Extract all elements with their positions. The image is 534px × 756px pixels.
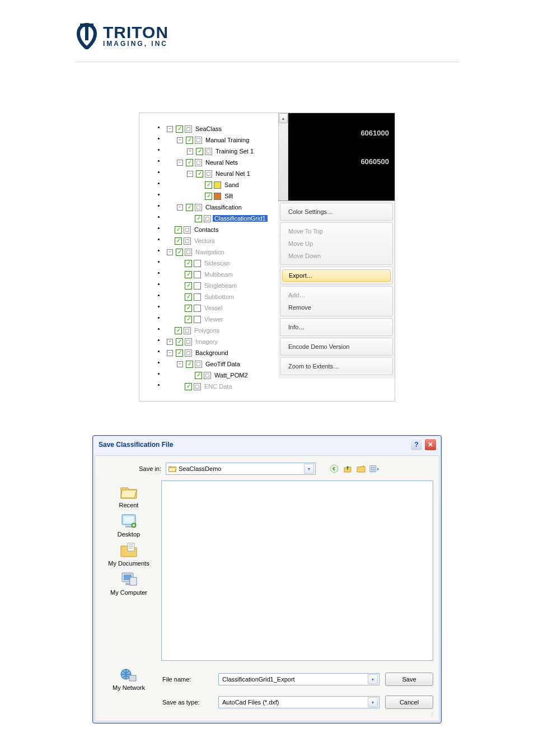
visibility-checkbox[interactable] (175, 226, 182, 234)
visibility-checkbox[interactable] (176, 338, 183, 346)
visibility-checkbox[interactable] (205, 181, 212, 189)
visibility-checkbox[interactable] (175, 237, 182, 245)
places-item[interactable]: Desktop (118, 512, 140, 538)
map-y-tick: 6061000 (288, 129, 389, 137)
visibility-checkbox[interactable] (176, 249, 183, 256)
tree-node-label[interactable]: Contacts (193, 226, 220, 233)
layer-tree[interactable]: −SeaClass−Manual Training+Training Set 1… (139, 113, 278, 401)
tree-node-label[interactable]: Classification (204, 204, 243, 211)
tree-node-label[interactable]: Manual Training (204, 137, 251, 143)
visibility-checkbox[interactable] (186, 204, 193, 211)
collapse-icon[interactable]: − (167, 126, 173, 132)
collapse-icon[interactable]: − (167, 249, 173, 255)
places-icon (119, 512, 139, 530)
layer-box-icon (194, 316, 201, 323)
view-menu-icon[interactable] (369, 464, 380, 474)
visibility-checkbox[interactable] (185, 293, 192, 301)
visibility-checkbox[interactable] (185, 305, 192, 312)
tree-node-label[interactable]: Training Set 1 (214, 148, 255, 155)
visibility-checkbox[interactable] (185, 260, 192, 267)
tree-node-label[interactable]: Vessel (203, 305, 224, 311)
context-menu-item[interactable]: Remove (280, 301, 392, 314)
tree-node-label[interactable]: Vectors (193, 237, 217, 244)
collapse-icon[interactable]: − (177, 137, 183, 143)
layer-group-icon (204, 372, 211, 379)
save-button[interactable]: Save (385, 673, 433, 686)
tree-node-label[interactable]: SeaClass (194, 125, 223, 132)
filename-input[interactable]: ClassificationGrid1_Export ▾ (218, 673, 380, 685)
resize-grip-icon[interactable]: .:: (101, 711, 433, 717)
context-menu-item[interactable]: Encode Demo Version (280, 340, 392, 353)
new-folder-icon[interactable] (356, 464, 366, 474)
collapse-icon[interactable]: − (177, 204, 183, 211)
visibility-checkbox[interactable] (176, 125, 183, 133)
layer-group-icon (205, 148, 212, 155)
places-item[interactable]: My Network (101, 668, 157, 691)
tree-node-label[interactable]: Subbottom (203, 293, 236, 300)
places-item[interactable]: My Documents (108, 541, 149, 567)
visibility-checkbox[interactable] (186, 159, 193, 166)
expand-icon[interactable]: + (187, 148, 193, 155)
tree-node-label[interactable]: Sidescan (203, 260, 231, 267)
tree-node-label[interactable]: ClassificationGrid1 (213, 215, 268, 222)
layer-group-icon (184, 226, 191, 234)
places-bar[interactable]: RecentDesktopMy DocumentsMy Computer (101, 480, 157, 661)
places-icon (119, 570, 139, 588)
visibility-checkbox[interactable] (196, 148, 203, 155)
file-list-area[interactable] (161, 480, 433, 661)
map-scrollbar[interactable]: ▴ (278, 113, 288, 200)
visibility-checkbox[interactable] (195, 215, 202, 222)
collapse-icon[interactable]: − (177, 361, 183, 367)
tree-node-label[interactable]: Silt (223, 193, 235, 199)
tree-node-label[interactable]: Neural Net 1 (214, 170, 252, 177)
visibility-checkbox[interactable] (186, 361, 193, 368)
collapse-icon[interactable]: − (167, 350, 173, 356)
back-icon[interactable] (329, 464, 339, 474)
visibility-checkbox[interactable] (186, 137, 193, 144)
triton-logo-icon (75, 22, 99, 49)
context-menu-item[interactable]: Color Settings… (280, 206, 392, 218)
context-menu-item[interactable]: Info… (280, 321, 392, 333)
context-menu-item[interactable]: Zoom to Extents… (280, 360, 392, 372)
places-item[interactable]: My Computer (110, 570, 147, 596)
close-button[interactable]: ✕ (424, 438, 437, 451)
tree-node-label[interactable]: Navigation (194, 249, 226, 255)
places-item[interactable]: Recent (119, 483, 139, 508)
tree-node-label[interactable]: ENC Data (203, 383, 234, 390)
scroll-up-icon[interactable]: ▴ (279, 113, 288, 123)
save-file-dialog: Save Classification File ? ✕ Save in: Se… (92, 435, 442, 724)
visibility-checkbox[interactable] (196, 170, 203, 178)
chevron-down-icon[interactable]: ▾ (304, 464, 314, 474)
context-menu[interactable]: Color Settings…Move To TopMove UpMove Do… (278, 200, 395, 379)
visibility-checkbox[interactable] (195, 372, 202, 379)
visibility-checkbox[interactable] (176, 349, 183, 357)
tree-node-label[interactable]: Background (194, 349, 230, 356)
expand-icon[interactable]: + (167, 339, 173, 345)
tree-node-label[interactable]: Sand (223, 181, 241, 188)
visibility-checkbox[interactable] (185, 383, 192, 390)
tree-node-label[interactable]: Singlebeam (203, 282, 238, 289)
collapse-icon[interactable]: − (177, 160, 183, 166)
visibility-checkbox[interactable] (185, 282, 192, 290)
help-button[interactable]: ? (410, 438, 423, 451)
visibility-checkbox[interactable] (185, 316, 192, 323)
tree-node-label[interactable]: Polygons (193, 327, 221, 334)
visibility-checkbox[interactable] (175, 327, 182, 334)
collapse-icon[interactable]: − (187, 171, 193, 177)
save-in-combo[interactable]: SeaClassDemo ▾ (166, 463, 316, 475)
tree-node-label[interactable]: Viewer (203, 316, 224, 323)
up-one-level-icon[interactable] (343, 464, 353, 474)
tree-node-label[interactable]: Multibeam (203, 271, 235, 278)
filetype-combo[interactable]: AutoCad Files (*.dxf) ▾ (218, 696, 380, 708)
filetype-value: AutoCad Files (*.dxf) (222, 699, 368, 706)
tree-node-label[interactable]: Neural Nets (204, 159, 240, 166)
visibility-checkbox[interactable] (205, 193, 212, 200)
tree-node-label[interactable]: Watt_POM2 (213, 372, 250, 379)
chevron-down-icon[interactable]: ▾ (368, 674, 378, 684)
context-menu-item[interactable]: Export… (282, 269, 391, 282)
cancel-button[interactable]: Cancel (385, 696, 433, 709)
tree-node-label[interactable]: GeoTiff Data (204, 361, 242, 367)
tree-node-label[interactable]: Imagery (194, 338, 219, 345)
chevron-down-icon[interactable]: ▾ (368, 697, 378, 707)
visibility-checkbox[interactable] (185, 271, 192, 278)
